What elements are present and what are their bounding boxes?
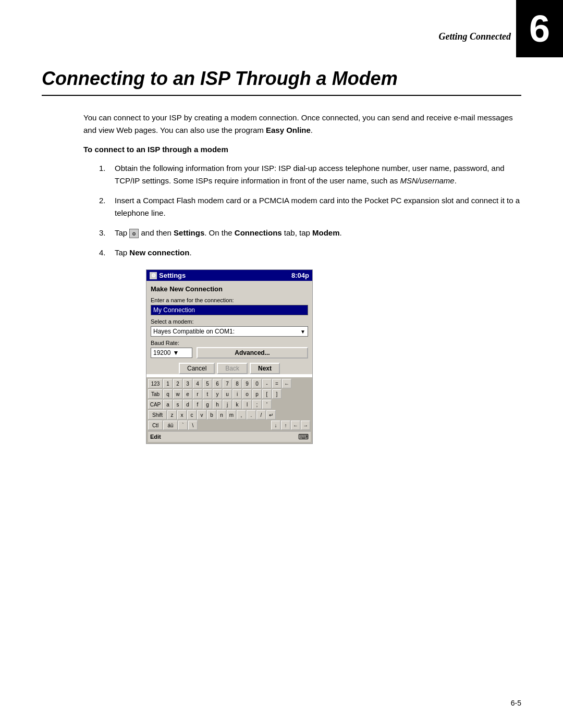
list-number-4: 4. [99, 246, 115, 259]
kb-key-up[interactable]: ↑ [281, 421, 290, 430]
list-number-2: 2. [99, 194, 115, 219]
modem-label: Select a modem: [151, 318, 308, 325]
numbered-list: 1. Obtain the following information from… [99, 162, 521, 259]
kb-key-backtick[interactable]: ` [178, 421, 188, 430]
kb-key-o[interactable]: o [242, 389, 252, 399]
connection-name-input[interactable]: My Connection [151, 305, 308, 315]
kb-key-z[interactable]: z [167, 410, 177, 419]
kb-key-rbracket[interactable]: ] [272, 389, 282, 399]
keyboard-row-5: Ctl áü ` \ ↓ ↑ ← → [148, 421, 311, 430]
screenshot-title: Settings [159, 272, 186, 279]
kb-key-ctl[interactable]: Ctl [148, 421, 163, 430]
baud-select[interactable]: 19200 ▼ [151, 348, 192, 358]
kb-key-2[interactable]: 2 [173, 379, 182, 388]
screenshot-time: 8:04p [291, 272, 309, 279]
kb-key-minus[interactable]: - [262, 379, 272, 388]
next-button[interactable]: Next [250, 363, 280, 374]
list-item: 3. Tap ⚙ and then Settings. On the Conne… [99, 227, 521, 239]
keyboard-row-3: CAP a s d f g h j k l ; ' [148, 400, 311, 409]
kb-key-down[interactable]: ↓ [271, 421, 280, 430]
kb-key-h[interactable]: h [213, 400, 222, 409]
modem-select[interactable]: Hayes Compatible on COM1: ▼ [151, 326, 308, 337]
settings-inline-icon: ⚙ [129, 229, 139, 238]
screenshot-body: Make New Connection Enter a name for the… [146, 281, 312, 374]
kb-key-cap[interactable]: CAP [148, 400, 163, 409]
kb-key-b[interactable]: b [207, 410, 216, 419]
baud-label: Baud Rate: [151, 340, 308, 346]
kb-key-period[interactable]: . [247, 410, 256, 419]
kb-key-1[interactable]: 1 [163, 379, 173, 388]
kb-key-4[interactable]: 4 [193, 379, 202, 388]
kb-key-123[interactable]: 123 [148, 379, 163, 388]
kb-key-i[interactable]: i [232, 389, 242, 399]
make-new-connection-title: Make New Connection [151, 285, 308, 293]
list-content-4: Tap New connection. [115, 246, 521, 259]
back-button[interactable]: Back [217, 363, 248, 374]
keyboard-bottom-bar: Edit ⌨ [148, 431, 311, 442]
kb-key-slash[interactable]: / [256, 410, 266, 419]
kb-key-c[interactable]: c [187, 410, 197, 419]
edit-label: Edit [150, 434, 161, 440]
kb-key-x[interactable]: x [177, 410, 187, 419]
kb-key-6[interactable]: 6 [213, 379, 222, 388]
kb-key-p[interactable]: p [252, 389, 262, 399]
kb-key-9[interactable]: 9 [242, 379, 252, 388]
advanced-button[interactable]: Advanced... [197, 347, 308, 359]
list-content-3: Tap ⚙ and then Settings. On the Connecti… [115, 227, 521, 239]
kb-key-n[interactable]: n [217, 410, 226, 419]
kb-key-backspace[interactable]: ← [282, 379, 291, 388]
kb-key-w[interactable]: w [173, 389, 182, 399]
kb-key-equals[interactable]: = [272, 379, 282, 388]
kb-key-8[interactable]: 8 [232, 379, 242, 388]
kb-key-j[interactable]: j [223, 400, 232, 409]
kb-key-tab[interactable]: Tab [148, 389, 163, 399]
page-number: 6-5 [511, 699, 521, 707]
kb-key-s[interactable]: s [173, 400, 182, 409]
kb-key-backslash[interactable]: \ [188, 421, 198, 430]
kb-key-enter[interactable]: ↵ [266, 410, 276, 419]
kb-key-comma[interactable]: , [237, 410, 246, 419]
kb-key-shift[interactable]: Shift [148, 410, 167, 419]
kb-key-l[interactable]: l [242, 400, 252, 409]
kb-key-r[interactable]: r [193, 389, 202, 399]
kb-key-7[interactable]: 7 [223, 379, 232, 388]
kb-key-a[interactable]: a [163, 400, 173, 409]
list-number-3: 3. [99, 227, 115, 239]
action-buttons: Cancel Back Next [151, 363, 308, 374]
kb-key-accent[interactable]: áü [163, 421, 178, 430]
kb-key-3[interactable]: 3 [183, 379, 192, 388]
list-content-1: Obtain the following information from yo… [115, 162, 521, 187]
baud-arrow: ▼ [173, 349, 179, 356]
baud-value: 19200 [153, 349, 170, 356]
chapter-header: Getting Connected 6 [439, 0, 564, 57]
kb-key-e[interactable]: e [183, 389, 192, 399]
settings-icon: ⚙ [150, 272, 157, 279]
kb-key-t[interactable]: t [203, 389, 212, 399]
list-content-2: Insert a Compact Flash modem card or a P… [115, 194, 521, 219]
kb-key-g[interactable]: g [203, 400, 212, 409]
keyboard-icon[interactable]: ⌨ [298, 433, 309, 441]
kb-key-semicolon[interactable]: ; [252, 400, 262, 409]
kb-key-lbracket[interactable]: [ [262, 389, 272, 399]
kb-key-y[interactable]: y [213, 389, 222, 399]
kb-key-q[interactable]: q [163, 389, 173, 399]
kb-key-k[interactable]: k [232, 400, 242, 409]
kb-key-quote[interactable]: ' [262, 400, 272, 409]
kb-key-0[interactable]: 0 [252, 379, 262, 388]
kb-key-right[interactable]: → [301, 421, 310, 430]
kb-key-left[interactable]: ← [291, 421, 300, 430]
keyboard-row-4: Shift z x c v b n m , . / ↵ [148, 410, 311, 419]
screenshot-mockup: ⚙ Settings 8:04p Make New Connection Ent… [146, 269, 313, 444]
kb-key-u[interactable]: u [223, 389, 232, 399]
kb-key-5[interactable]: 5 [203, 379, 212, 388]
kb-key-m[interactable]: m [227, 410, 236, 419]
kb-key-d[interactable]: d [183, 400, 192, 409]
kb-key-f[interactable]: f [193, 400, 202, 409]
cancel-button[interactable]: Cancel [179, 363, 215, 374]
keyboard-row-2: Tab q w e r t y u i o p [ ] [148, 389, 311, 399]
page-title: Connecting to an ISP Through a Modem [42, 68, 521, 96]
kb-key-v[interactable]: v [197, 410, 206, 419]
easy-online-label: Easy Online [266, 126, 311, 134]
keyboard-area: 123 1 2 3 4 5 6 7 8 9 0 - = ← Tab q w e [146, 377, 312, 443]
list-number-1: 1. [99, 162, 115, 187]
